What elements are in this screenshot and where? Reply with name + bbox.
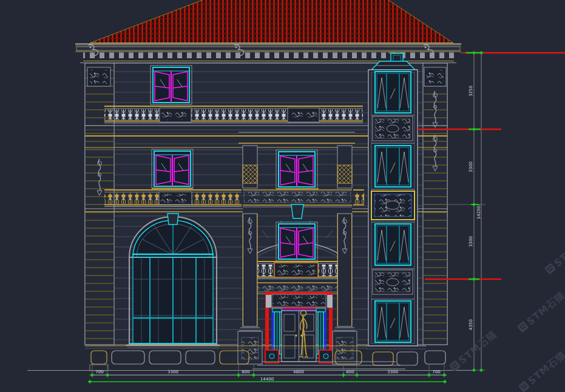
dim-bottom-total: 14400 (260, 377, 274, 382)
large-arched-window (126, 214, 220, 348)
dim-bottom-3: 800 (242, 370, 249, 374)
stair-tower (366, 53, 426, 365)
tower-panel-1 (373, 117, 413, 141)
tower-window-1 (375, 72, 411, 113)
dim-right-2: 3300 (469, 161, 473, 172)
dim-bottom-7: 700 (432, 370, 440, 374)
entrance-portal (265, 292, 333, 363)
right-pilaster (423, 63, 447, 345)
tower-window-3 (375, 224, 411, 265)
dim-right-4: 4350 (469, 319, 473, 330)
tower-window-2 (375, 146, 411, 187)
floor2-left-window (152, 149, 193, 188)
floor2-center-window (276, 150, 317, 189)
floor1-center-window (276, 222, 317, 261)
entrance-pedestal (265, 350, 279, 363)
elevation-svg: 700 3300 800 4800 800 3300 700 14400 325… (0, 0, 565, 392)
dim-bottom-1: 700 (95, 370, 103, 374)
dim-bottom-2: 3300 (167, 370, 178, 374)
dim-bottom-4: 4800 (293, 370, 304, 374)
dim-bottom-5: 800 (346, 370, 354, 374)
floor2-center-bay (239, 132, 355, 207)
dim-right-total: 14200 (476, 206, 481, 219)
tower-gold-panel (371, 191, 414, 220)
tower-panel-2 (373, 270, 413, 294)
tower-window-4 (375, 301, 411, 342)
dim-right-3: 3300 (469, 236, 473, 247)
cad-canvas: 700 3300 800 4800 800 3300 700 14400 325… (0, 0, 565, 392)
dim-bottom-6: 3300 (387, 370, 398, 374)
entrance-pedestal (319, 350, 333, 363)
dim-right-1: 3250 (469, 86, 473, 96)
entrance-doors (282, 311, 316, 362)
floor3-window (151, 66, 192, 104)
